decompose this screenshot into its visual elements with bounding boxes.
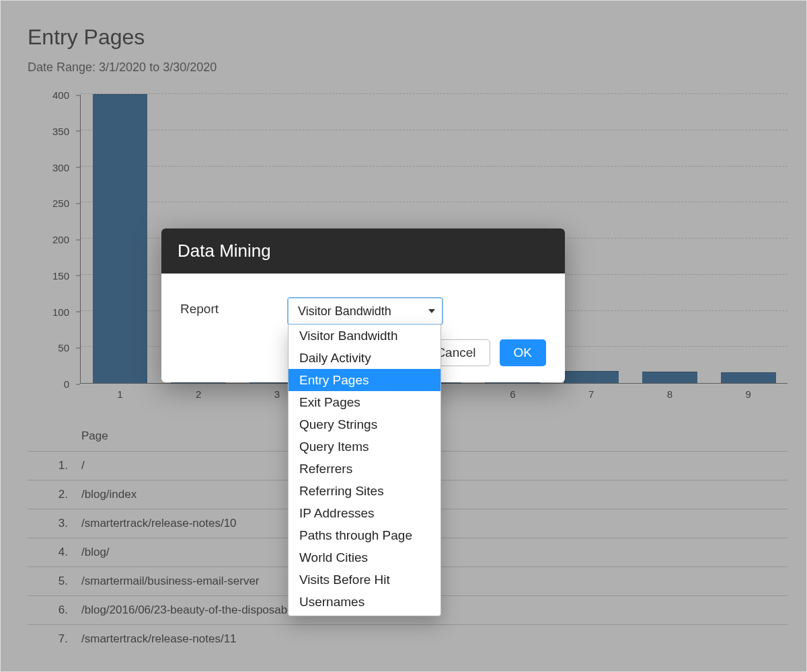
dropdown-option[interactable]: Visits Before Hit xyxy=(289,569,440,591)
dropdown-option[interactable]: Visitor Bandwidth xyxy=(289,325,440,347)
report-label: Report xyxy=(180,298,288,317)
data-mining-modal: Data Mining Report Visitor Bandwidth Vis… xyxy=(161,228,565,382)
dropdown-option[interactable]: Usernames xyxy=(289,591,440,613)
dropdown-option[interactable]: Query Items xyxy=(289,435,440,458)
dropdown-option[interactable]: IP Addresses xyxy=(289,502,440,524)
dropdown-option[interactable]: Query Strings xyxy=(289,413,440,435)
dropdown-option[interactable]: World Cities xyxy=(289,546,440,569)
page-frame: Entry Pages Date Range: 3/1/2020 to 3/30… xyxy=(0,0,807,672)
chevron-down-icon xyxy=(428,309,435,313)
dropdown-option[interactable]: Entry Pages xyxy=(289,369,440,391)
dropdown-option[interactable]: Referring Sites xyxy=(289,480,440,502)
report-dropdown[interactable]: Visitor BandwidthDaily ActivityEntry Pag… xyxy=(288,325,441,616)
dropdown-option[interactable]: Paths through Page xyxy=(289,524,440,546)
ok-button[interactable]: OK xyxy=(500,339,546,366)
dropdown-option[interactable]: Daily Activity xyxy=(289,347,440,369)
report-select-value: Visitor Bandwidth xyxy=(298,304,391,319)
report-select[interactable]: Visitor Bandwidth xyxy=(288,298,443,325)
modal-title: Data Mining xyxy=(161,228,565,274)
dropdown-option[interactable]: Referrers xyxy=(289,458,440,480)
dropdown-option[interactable]: Exit Pages xyxy=(289,391,440,413)
